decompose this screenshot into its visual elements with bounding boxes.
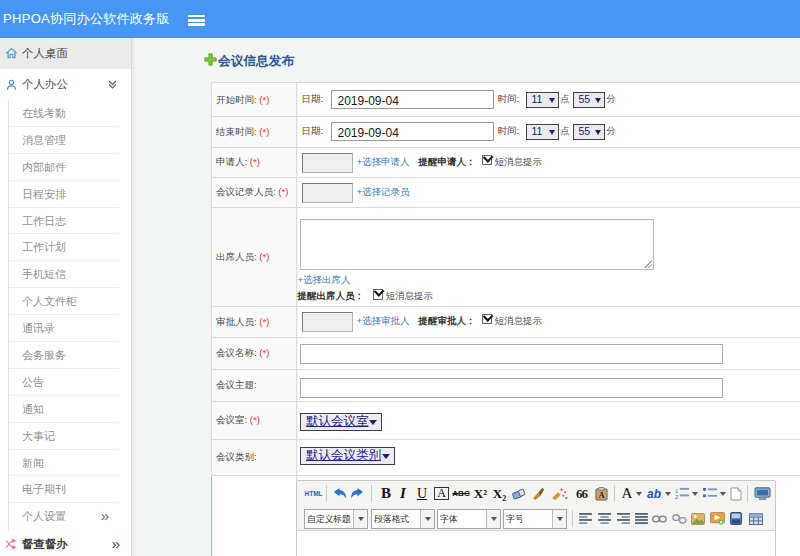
svg-text:2: 2	[675, 494, 678, 500]
svg-text:1: 1	[675, 488, 678, 494]
svg-text:A: A	[598, 491, 604, 500]
